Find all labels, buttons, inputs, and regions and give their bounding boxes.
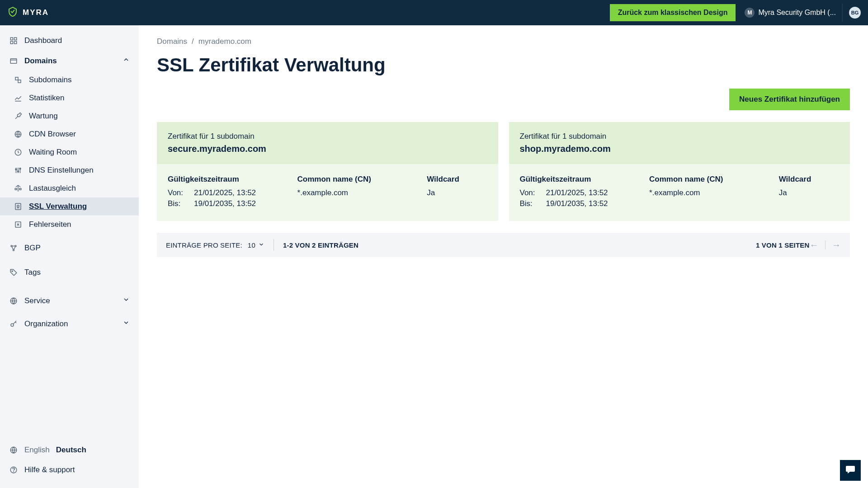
sidebar-item-help[interactable]: Hilfe & support bbox=[9, 460, 130, 480]
chat-icon bbox=[845, 464, 856, 477]
chat-button[interactable] bbox=[840, 460, 861, 481]
sidebar-item-stats[interactable]: Statistiken bbox=[0, 89, 139, 107]
breadcrumb-root[interactable]: Domains bbox=[157, 37, 187, 46]
svg-rect-4 bbox=[10, 58, 17, 63]
pagination-bar: EINTRÄGE PRO SEITE: 10 1-2 VON 2 EINTRÄG… bbox=[157, 233, 850, 257]
breadcrumb-separator: / bbox=[192, 37, 194, 46]
sidebar-item-organization[interactable]: Organization bbox=[0, 314, 139, 334]
sidebar-item-label: Fehlerseiten bbox=[29, 220, 71, 229]
sidebar-item-cdn[interactable]: CDN Browser bbox=[0, 125, 139, 143]
certificate-card[interactable]: Zertifikat für 1 subdomain shop.myrademo… bbox=[509, 122, 850, 221]
sidebar-item-service[interactable]: Service bbox=[0, 291, 139, 311]
sidebar-item-wartung[interactable]: Wartung bbox=[0, 107, 139, 125]
svg-rect-1 bbox=[14, 38, 17, 40]
shield-icon bbox=[7, 6, 18, 19]
from-label: Von: bbox=[168, 188, 186, 197]
svg-point-30 bbox=[15, 245, 16, 247]
sidebar-item-ssl[interactable]: SSL Verwaltung bbox=[0, 197, 139, 216]
sidebar-item-label: Wartung bbox=[29, 112, 58, 121]
user-avatar[interactable]: BG bbox=[849, 7, 861, 19]
breadcrumb: Domains / myrademo.com bbox=[157, 37, 850, 46]
to-label: Bis: bbox=[168, 199, 186, 208]
svg-rect-3 bbox=[14, 42, 17, 44]
globe-icon bbox=[14, 130, 23, 138]
cert-cn: *.example.com bbox=[649, 188, 770, 197]
sidebar-item-label: BGP bbox=[24, 244, 41, 253]
wrench-icon bbox=[14, 112, 23, 120]
sidebar-item-label: SSL Verwaltung bbox=[29, 202, 87, 211]
from-label: Von: bbox=[520, 188, 538, 197]
subdomain-icon bbox=[14, 76, 23, 84]
sidebar-item-subdomains[interactable]: Subdomains bbox=[0, 71, 139, 89]
certificate-card[interactable]: Zertifikat für 1 subdomain secure.myrade… bbox=[157, 122, 498, 221]
cn-label: Common name (CN) bbox=[649, 175, 770, 184]
svg-point-35 bbox=[11, 324, 14, 326]
language-switcher: English Deutsch bbox=[9, 440, 130, 460]
svg-line-9 bbox=[15, 116, 18, 119]
sliders-icon bbox=[14, 166, 23, 174]
cn-label: Common name (CN) bbox=[297, 175, 418, 184]
svg-point-31 bbox=[13, 249, 14, 251]
cert-subtitle: Zertifikat für 1 subdomain bbox=[168, 132, 487, 141]
lang-english[interactable]: English bbox=[24, 446, 50, 455]
sidebar-item-label: Waiting Room bbox=[29, 148, 77, 157]
sidebar-item-label: Statistiken bbox=[29, 94, 64, 103]
breadcrumb-current: myrademo.com bbox=[198, 37, 251, 46]
cert-from: 21/01/2025, 13:52 bbox=[546, 188, 608, 197]
sidebar-item-label: Hilfe & support bbox=[24, 465, 75, 474]
next-page-button[interactable]: → bbox=[832, 240, 841, 249]
brand-name: MYRA bbox=[23, 8, 49, 17]
add-certificate-button[interactable]: Neues Zertifikat hinzufügen bbox=[729, 89, 850, 110]
help-icon bbox=[9, 466, 18, 474]
cert-domain: secure.myrademo.com bbox=[168, 144, 487, 154]
chevron-down-icon bbox=[123, 296, 130, 305]
sidebar: Dashboard Domains Subdomains Statistiken… bbox=[0, 25, 139, 488]
cert-subtitle: Zertifikat für 1 subdomain bbox=[520, 132, 840, 141]
sidebar-item-waiting[interactable]: Waiting Room bbox=[0, 143, 139, 161]
sidebar-item-domains[interactable]: Domains bbox=[0, 51, 139, 71]
sidebar-item-label: DNS Einstellungen bbox=[29, 166, 94, 175]
classic-design-button[interactable]: Zurück zum klassischen Design bbox=[610, 4, 736, 21]
validity-label: Gültigkeitszeitraum bbox=[168, 175, 288, 184]
cert-to: 19/01/2035, 13:52 bbox=[194, 199, 256, 208]
chart-icon bbox=[14, 94, 23, 102]
sidebar-item-bgp[interactable]: BGP bbox=[0, 238, 139, 258]
sidebar-item-lastausgleich[interactable]: Lastausgleich bbox=[0, 179, 139, 197]
network-icon bbox=[9, 244, 18, 252]
sidebar-item-tags[interactable]: Tags bbox=[0, 263, 139, 282]
svg-rect-7 bbox=[18, 80, 21, 83]
browser-icon bbox=[9, 57, 18, 65]
svg-point-29 bbox=[11, 245, 12, 247]
key-icon bbox=[9, 320, 18, 328]
chevron-down-icon bbox=[258, 241, 264, 249]
sidebar-item-label: Domains bbox=[24, 56, 57, 66]
error-page-icon bbox=[14, 221, 23, 229]
per-page-select[interactable]: 10 bbox=[248, 241, 264, 249]
svg-rect-22 bbox=[15, 203, 21, 210]
prev-page-button[interactable]: ← bbox=[810, 240, 819, 249]
sidebar-item-label: Service bbox=[24, 296, 50, 305]
sidebar-item-dns[interactable]: DNS Einstellungen bbox=[0, 161, 139, 179]
svg-point-41 bbox=[14, 471, 14, 472]
pager-arrow-divider bbox=[825, 240, 826, 249]
org-name-text: Myra Security GmbH (... bbox=[758, 9, 836, 17]
header-divider bbox=[842, 4, 843, 22]
per-page-value: 10 bbox=[248, 241, 255, 249]
sidebar-item-label: Dashboard bbox=[24, 36, 62, 45]
svg-point-32 bbox=[12, 271, 13, 272]
org-switcher[interactable]: M Myra Security GmbH (... bbox=[745, 8, 836, 18]
lang-deutsch[interactable]: Deutsch bbox=[56, 446, 86, 455]
wildcard-label: Wildcard bbox=[779, 175, 839, 184]
page-title: SSL Zertifikat Verwaltung bbox=[157, 54, 850, 76]
svg-rect-21 bbox=[19, 188, 21, 190]
sidebar-item-fehlerseiten[interactable]: Fehlerseiten bbox=[0, 216, 139, 234]
cert-domain: shop.myrademo.com bbox=[520, 144, 840, 154]
chevron-down-icon bbox=[123, 319, 130, 328]
sidebar-item-dashboard[interactable]: Dashboard bbox=[0, 31, 139, 51]
sidebar-item-label: Subdomains bbox=[29, 75, 72, 84]
brand-logo[interactable]: MYRA bbox=[7, 6, 49, 19]
wildcard-label: Wildcard bbox=[427, 175, 487, 184]
org-badge: M bbox=[745, 8, 755, 18]
svg-rect-2 bbox=[10, 42, 13, 44]
svg-rect-6 bbox=[15, 77, 18, 80]
